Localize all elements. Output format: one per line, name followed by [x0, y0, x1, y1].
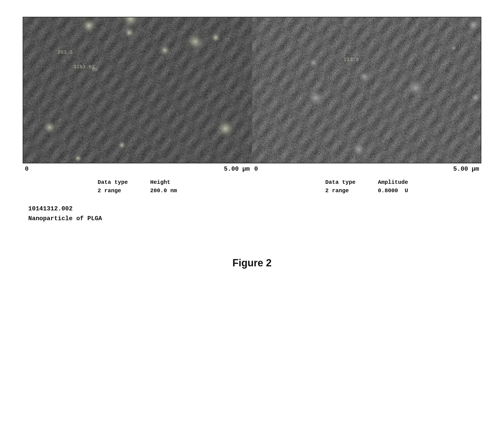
- left-scale-end: 5.00 µm: [224, 166, 250, 173]
- figure-container: 0 5.00 µm 0 5.00 µm Data type 2 range He…: [23, 17, 481, 269]
- metadata-row: Data type 2 range Height 200.0 nm Data t…: [23, 175, 481, 201]
- left-metadata-type: Data type 2 range: [98, 178, 128, 195]
- left-scale-panel: 0 5.00 µm: [23, 165, 252, 174]
- left-scale-start: 0: [25, 166, 29, 173]
- right-metadata-type: Data type 2 range: [325, 178, 355, 195]
- left-image-canvas: [23, 17, 252, 163]
- right-metadata-panel: Data type 2 range Amplitude 0.8000 U: [252, 177, 481, 196]
- left-metadata-height: Height 200.0 nm: [150, 178, 177, 195]
- right-scale-start: 0: [254, 166, 258, 173]
- right-data-type-label: Data type 2 range: [325, 179, 355, 194]
- right-amplitude-label: Amplitude 0.8000 U: [378, 179, 408, 194]
- right-image-panel: [252, 17, 481, 163]
- figure-caption-text: Figure 2: [232, 257, 272, 269]
- file-info: 10141312.002 Nanoparticle of PLGA: [28, 204, 487, 224]
- right-scale-end: 5.00 µm: [453, 166, 479, 173]
- scale-bar-row: 0 5.00 µm 0 5.00 µm: [23, 163, 481, 175]
- page-container: 0 5.00 µm 0 5.00 µm Data type 2 range He…: [0, 0, 504, 432]
- right-image-canvas: [252, 17, 481, 163]
- left-image-panel: [23, 17, 252, 163]
- left-data-type-label: Data type 2 range: [98, 179, 128, 194]
- right-scale-panel: 0 5.00 µm: [252, 165, 481, 174]
- figure-caption: Figure 2: [232, 257, 272, 269]
- file-description: Nanoparticle of PLGA: [28, 214, 487, 224]
- microscopy-images: [23, 17, 481, 163]
- left-height-label: Height 200.0 nm: [150, 179, 177, 194]
- left-metadata-panel: Data type 2 range Height 200.0 nm: [23, 177, 252, 196]
- file-name: 10141312.002: [28, 204, 487, 214]
- right-metadata-amplitude: Amplitude 0.8000 U: [378, 178, 408, 195]
